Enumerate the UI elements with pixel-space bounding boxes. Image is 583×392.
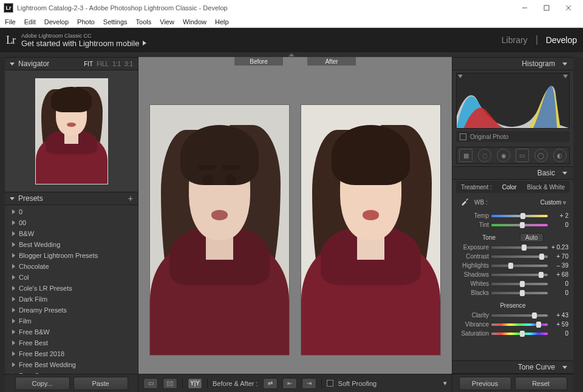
slider-track[interactable] (491, 314, 548, 317)
slider-highlights[interactable]: Highlights– 39 (457, 261, 568, 270)
preset-label: Col (19, 274, 29, 281)
preset-label: 00 (19, 219, 26, 226)
preset-item[interactable]: Cole's LR Presets (5, 283, 138, 294)
ba-copy-right-icon[interactable]: ⇥ (302, 378, 316, 389)
menu-photo[interactable]: Photo (77, 18, 95, 25)
slider-track[interactable] (491, 274, 548, 276)
before-image[interactable] (149, 104, 290, 356)
grad-filter-icon[interactable]: ▭ (516, 149, 529, 162)
slider-track[interactable] (491, 323, 548, 326)
window-close-button[interactable] (557, 0, 579, 16)
tone-curve-header[interactable]: Tone Curve (452, 360, 573, 374)
module-develop[interactable]: Develop (546, 35, 577, 45)
spot-tool-icon[interactable]: ◌ (478, 149, 491, 162)
ba-copy-left-icon[interactable]: ⇤ (282, 378, 297, 389)
menu-tools[interactable]: Tools (136, 18, 152, 25)
menu-settings[interactable]: Settings (103, 18, 128, 25)
slider-track[interactable] (491, 333, 548, 335)
slider-exposure[interactable]: Exposure+ 0.23 (457, 243, 568, 252)
right-edge-handle[interactable] (578, 57, 583, 392)
reset-button[interactable]: Reset (515, 377, 567, 390)
nav-zoom-11[interactable]: 1:1 (112, 61, 121, 67)
radial-filter-icon[interactable]: ◯ (534, 149, 548, 162)
paste-button[interactable]: Paste (73, 377, 128, 390)
menu-help[interactable]: Help (215, 18, 229, 25)
slider-blacks[interactable]: Blacks0 (457, 288, 568, 297)
menu-edit[interactable]: Edit (24, 18, 36, 25)
menu-view[interactable]: View (160, 18, 174, 25)
nav-zoom-31[interactable]: 3:1 (124, 61, 133, 67)
module-library[interactable]: Library (502, 35, 528, 45)
top-collapse-handle[interactable] (0, 52, 583, 57)
view-loupe-icon[interactable]: ▭ (143, 378, 158, 389)
copy-button[interactable]: Copy... (15, 377, 70, 390)
svg-marker-5 (563, 75, 568, 78)
preset-item[interactable]: Free Best (5, 337, 138, 348)
nav-zoom-fit[interactable]: FIT (84, 61, 93, 67)
preset-item[interactable]: 00 (5, 217, 138, 228)
slider-track[interactable] (491, 246, 548, 249)
slider-track[interactable] (491, 265, 548, 267)
slider-tint[interactable]: Tint0 (457, 220, 568, 229)
crop-tool-icon[interactable]: ▦ (459, 149, 472, 162)
slider-track[interactable] (491, 255, 548, 258)
preset-item[interactable]: 0 (5, 206, 138, 217)
after-image[interactable] (301, 104, 441, 356)
preset-item[interactable]: Film (5, 316, 138, 326)
slider-whites[interactable]: Whites0 (457, 279, 568, 288)
add-preset-button[interactable]: + (128, 194, 133, 203)
slider-clarity[interactable]: Clarity+ 43 (457, 311, 568, 320)
slider-track[interactable] (491, 224, 548, 226)
preset-item[interactable]: Dark Film (5, 294, 138, 305)
preset-item[interactable]: Free B&W (5, 326, 138, 337)
preset-item[interactable]: Chocolate (5, 261, 138, 272)
slider-temp[interactable]: Temp+ 2 (457, 211, 568, 220)
presets-list[interactable]: 000B&WBest WeddingBlogger Lightroom Pres… (5, 205, 138, 374)
right-scrollbar[interactable] (573, 57, 578, 392)
slider-track[interactable] (491, 283, 548, 285)
basic-header[interactable]: Basic (452, 166, 573, 180)
view-split-icon[interactable]: ▯▯ (163, 378, 177, 389)
histogram-header[interactable]: Histogram (452, 57, 573, 70)
window-maximize-button[interactable] (536, 0, 557, 16)
left-edge-handle[interactable] (0, 57, 5, 392)
view-before-after-icon[interactable]: Y|Y (188, 378, 202, 389)
brush-tool-icon[interactable]: ◐ (553, 149, 567, 162)
soft-proofing-checkbox[interactable] (327, 380, 333, 387)
menu-file[interactable]: File (5, 18, 16, 25)
menu-window[interactable]: Window (183, 18, 206, 25)
histogram-display[interactable] (456, 73, 570, 129)
window-minimize-button[interactable] (514, 0, 536, 16)
preset-item[interactable]: Dreamy Presets (5, 305, 138, 316)
preset-item[interactable]: Col (5, 272, 138, 283)
slider-track[interactable] (491, 292, 548, 294)
navigator-thumbnail[interactable] (35, 78, 108, 184)
nav-zoom-fill[interactable]: FILL (97, 61, 109, 67)
redeye-tool-icon[interactable]: ◉ (497, 149, 510, 162)
presets-header[interactable]: Presets + (5, 192, 138, 205)
slider-vibrance[interactable]: Vibrance+ 59 (457, 320, 568, 329)
ba-swap-icon[interactable]: ⇄ (263, 378, 278, 389)
menu-develop[interactable]: Develop (44, 18, 69, 25)
original-photo-toggle[interactable]: Original Photo (456, 131, 570, 142)
navigator-body[interactable] (5, 70, 138, 192)
slider-saturation[interactable]: Saturation0 (457, 329, 568, 338)
slider-contrast[interactable]: Contrast+ 70 (457, 252, 568, 261)
treatment-bw[interactable]: Black & White (527, 184, 565, 191)
preset-item[interactable]: Best Wedding (5, 239, 138, 250)
navigator-header[interactable]: Navigator FIT FILL 1:1 3:1 (5, 57, 138, 70)
treatment-color[interactable]: Color (502, 184, 517, 191)
get-started-link[interactable]: Get started with Lightroom mobile (21, 39, 146, 48)
auto-tone-button[interactable]: Auto (520, 233, 544, 242)
original-photo-checkbox[interactable] (460, 133, 466, 140)
slider-shadows[interactable]: Shadows+ 68 (457, 270, 568, 279)
preset-item[interactable]: Blogger Lightroom Presets (5, 250, 138, 261)
preset-item[interactable]: Free Best Wedding (5, 359, 138, 370)
previous-button[interactable]: Previous (459, 377, 511, 390)
toolbar-expand-icon[interactable]: ▾ (443, 379, 447, 387)
eyedropper-icon[interactable] (460, 197, 471, 208)
preset-item[interactable]: Free Best 2018 (5, 348, 138, 359)
wb-dropdown[interactable]: Custom ▿ (540, 199, 566, 206)
slider-track[interactable] (491, 215, 548, 217)
preset-item[interactable]: B&W (5, 228, 138, 239)
